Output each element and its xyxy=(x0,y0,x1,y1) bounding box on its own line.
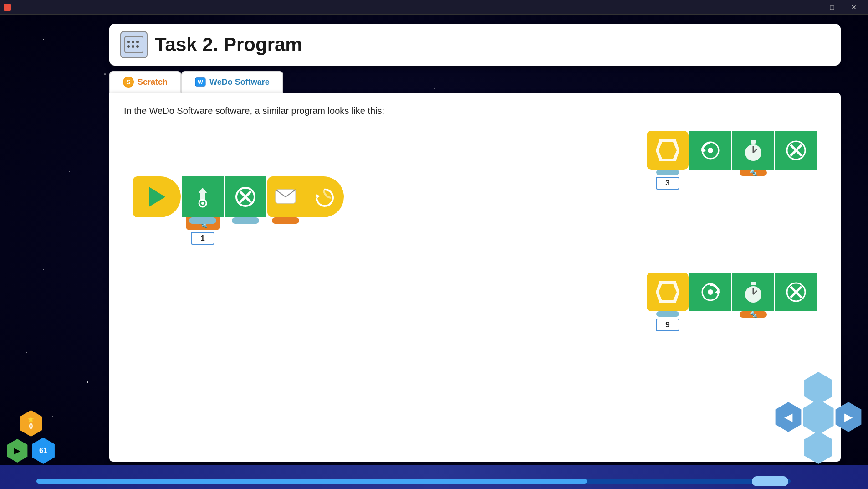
svg-rect-37 xyxy=(751,282,756,285)
tabs-container: S Scratch W WeDo Software xyxy=(109,71,841,93)
svg-text:W: W xyxy=(198,79,203,86)
branch-top-msg-block: 3 xyxy=(647,131,689,190)
content-area: In the WeDo Software software, a similar… xyxy=(109,93,841,462)
scratch-tab-icon: S xyxy=(123,77,134,88)
scrollbar-thumb[interactable] xyxy=(752,476,788,486)
svg-point-6 xyxy=(136,45,139,48)
wedo-tab-label: WeDo Software xyxy=(209,77,270,87)
message-loop-group xyxy=(267,176,344,217)
svg-rect-25 xyxy=(751,140,756,144)
main-content: Task 2. Program S Scratch W xyxy=(0,15,868,489)
titlebar: – □ ✕ xyxy=(0,0,868,15)
maximize-button[interactable]: □ xyxy=(822,0,842,15)
svg-point-2 xyxy=(127,45,130,48)
score-badge: ⭐ 0 xyxy=(18,410,44,437)
app-icon xyxy=(4,4,11,11)
tab-wedo[interactable]: W WeDo Software xyxy=(181,71,283,93)
wedo-tab-icon: W xyxy=(195,77,206,88)
svg-point-3 xyxy=(132,41,134,43)
nav-next-button[interactable]: ▶ xyxy=(833,402,863,432)
motor-forward-block: 🔩 1 xyxy=(182,176,224,245)
progress-value: 61 xyxy=(39,447,47,455)
svg-point-1 xyxy=(127,41,130,43)
branch-bottom: 9 xyxy=(647,273,817,331)
svg-point-23 xyxy=(708,148,713,153)
task-header: Task 2. Program xyxy=(109,24,841,66)
bottom-badges: ⭐ 0 ▶ 61 xyxy=(5,410,56,464)
center-panel: Task 2. Program S Scratch W xyxy=(109,24,841,462)
close-button[interactable]: ✕ xyxy=(843,0,864,15)
progress-badge: 61 xyxy=(30,438,56,464)
value-9: 9 xyxy=(656,319,679,331)
branch-top-stop-block xyxy=(775,131,817,170)
branch-top: 3 xyxy=(647,131,817,190)
svg-marker-11 xyxy=(198,188,207,201)
play-block xyxy=(133,176,181,217)
tab-scratch[interactable]: S Scratch xyxy=(109,71,181,93)
play-badge[interactable]: ▶ xyxy=(5,439,29,463)
svg-point-4 xyxy=(132,45,134,48)
wedo-diagram: 🔩 1 xyxy=(124,131,826,350)
nav-hexagons: ◀ ▶ xyxy=(773,372,863,464)
svg-text:S: S xyxy=(126,78,130,86)
branch-bottom-timer-block: 🔩 xyxy=(732,273,774,311)
svg-point-13 xyxy=(201,202,204,205)
svg-rect-0 xyxy=(125,36,143,53)
motor-stop-block xyxy=(225,176,266,217)
scratch-tab-label: Scratch xyxy=(138,77,168,87)
titlebar-controls: – □ ✕ xyxy=(800,0,864,15)
branch-top-timer-block: 🔩 xyxy=(732,131,774,170)
branch-bottom-msg-block: 9 xyxy=(647,273,689,331)
value-3: 3 xyxy=(656,177,679,190)
branch-bottom-stop-block xyxy=(775,273,817,311)
progress-track xyxy=(36,479,791,484)
branch-top-motor-block xyxy=(689,131,731,170)
value-1: 1 xyxy=(191,232,214,245)
task-title: Task 2. Program xyxy=(155,34,302,56)
task-icon xyxy=(120,31,148,58)
svg-point-5 xyxy=(136,41,139,43)
svg-marker-20 xyxy=(659,142,677,159)
minimize-button[interactable]: – xyxy=(800,0,821,15)
branch-bottom-motor-block xyxy=(689,273,731,311)
bottom-bar xyxy=(0,465,868,489)
svg-point-35 xyxy=(708,289,713,295)
content-description: In the WeDo Software software, a similar… xyxy=(124,106,826,116)
progress-fill xyxy=(36,479,587,484)
svg-marker-32 xyxy=(659,284,677,300)
nav-prev-button[interactable]: ◀ xyxy=(773,402,803,432)
nav-center-bottom-hex xyxy=(802,431,835,464)
titlebar-left xyxy=(4,4,11,11)
nav-center-hex xyxy=(801,399,836,435)
score-value: 0 xyxy=(29,422,33,431)
